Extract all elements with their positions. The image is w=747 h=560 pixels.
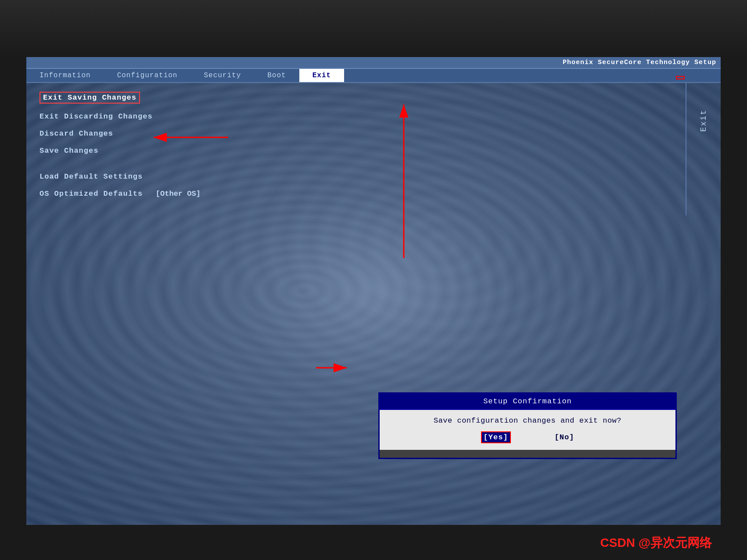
menu-discard-changes[interactable]: Discard Changes bbox=[40, 129, 113, 138]
dialog-no-button[interactable]: [No] bbox=[555, 433, 575, 442]
photo-frame: Phoenix SecureCore Technology Setup Info… bbox=[0, 0, 747, 560]
nav-security[interactable]: Security bbox=[190, 69, 254, 82]
nav-configuration[interactable]: Configuration bbox=[104, 69, 191, 82]
menu-content: Exit Saving Changes Exit Discarding Chan… bbox=[26, 83, 244, 215]
bios-screen: Phoenix SecureCore Technology Setup Info… bbox=[26, 57, 721, 525]
menu-row-load-defaults[interactable]: Load Default Settings bbox=[40, 172, 201, 185]
dialog-title: Setup Confirmation bbox=[380, 394, 675, 410]
dialog-message: Save configuration changes and exit now? bbox=[388, 416, 667, 425]
menu-os-optimized-defaults[interactable]: OS Optimized Defaults bbox=[40, 190, 143, 198]
watermark: CSDN @异次元网络 bbox=[600, 535, 712, 551]
menu-os-optimized-value: [Other OS] bbox=[156, 190, 201, 198]
dialog-footer bbox=[380, 450, 675, 458]
bios-title: Phoenix SecureCore Technology Setup bbox=[563, 59, 716, 66]
menu-row-save[interactable]: Save Changes bbox=[40, 147, 201, 159]
nav-boot[interactable]: Boot bbox=[254, 69, 299, 82]
bezel-top bbox=[0, 0, 747, 57]
menu-row-os-optimized[interactable]: OS Optimized Defaults [Other OS] bbox=[40, 190, 201, 202]
menu-exit-saving-changes[interactable]: Exit Saving Changes bbox=[40, 92, 140, 104]
nav-bar[interactable]: Information Configuration Security Boot … bbox=[26, 69, 721, 83]
menu-row-exit-discarding[interactable]: Exit Discarding Changes bbox=[40, 112, 201, 125]
title-bar: Phoenix SecureCore Technology Setup bbox=[26, 57, 721, 69]
dialog-yes-button[interactable]: [Yes] bbox=[481, 431, 511, 443]
dialog-buttons[interactable]: [Yes] [No] bbox=[388, 431, 667, 443]
menu-save-changes[interactable]: Save Changes bbox=[40, 147, 98, 155]
sidebar-label: Exit bbox=[699, 109, 708, 132]
dialog-body: Save configuration changes and exit now?… bbox=[380, 410, 675, 450]
menu-row-exit-saving[interactable]: Exit Saving Changes bbox=[40, 92, 201, 108]
setup-confirmation-dialog[interactable]: Setup Confirmation Save configuration ch… bbox=[378, 392, 677, 459]
nav-exit[interactable]: Exit bbox=[299, 69, 344, 82]
menu-row-discard[interactable]: Discard Changes bbox=[40, 129, 201, 142]
menu-exit-discarding-changes[interactable]: Exit Discarding Changes bbox=[40, 112, 153, 121]
menu-load-default-settings[interactable]: Load Default Settings bbox=[40, 172, 143, 181]
right-sidebar: Exit bbox=[686, 83, 721, 215]
nav-information[interactable]: Information bbox=[26, 69, 104, 82]
